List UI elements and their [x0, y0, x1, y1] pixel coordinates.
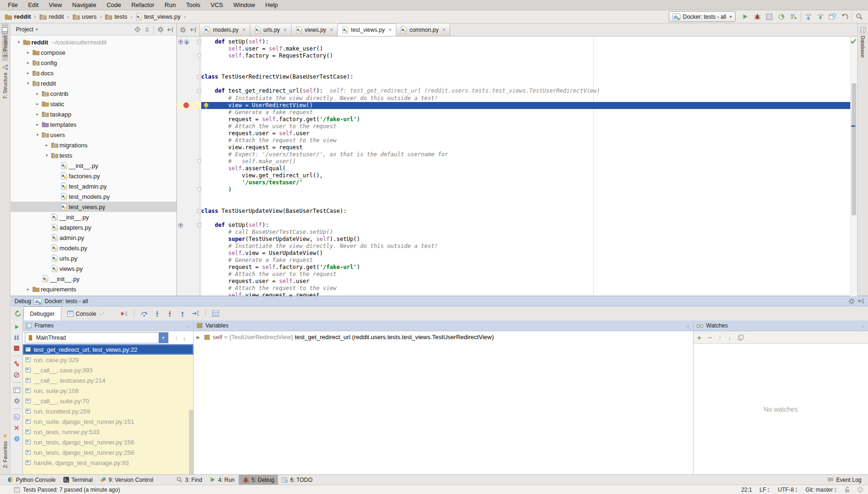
- expand-arrow-icon[interactable]: ▶: [197, 335, 201, 340]
- tree-item[interactable]: ▸taskapp: [11, 109, 176, 119]
- hide-button[interactable]: [167, 26, 174, 32]
- debug-tab-debugger[interactable]: Debugger: [23, 306, 61, 320]
- expand-arrow-icon[interactable]: ▸: [25, 287, 31, 291]
- force-step-into-button[interactable]: [167, 310, 173, 317]
- menu-item-code[interactable]: Code: [102, 0, 126, 10]
- editor-tab-test_views-py[interactable]: test_views.py×: [338, 23, 396, 36]
- expand-arrow-icon[interactable]: ▸: [44, 143, 50, 147]
- stop-button[interactable]: [14, 345, 19, 351]
- menu-item-tools[interactable]: Tools: [181, 0, 205, 10]
- frame-item[interactable]: __call__, testcases.py:214: [23, 375, 193, 385]
- expand-arrow-icon[interactable]: ▸: [34, 122, 41, 127]
- fold-end-icon[interactable]: [197, 187, 201, 192]
- frame-item[interactable]: run, suite.py:108: [23, 385, 193, 396]
- tree-item[interactable]: ▸static: [11, 99, 176, 109]
- code-content[interactable]: def setUp(self): self.user = self.make_u…: [201, 36, 857, 296]
- expand-arrow-icon[interactable]: ▸: [25, 71, 31, 75]
- add-console-icon[interactable]: ⌄⁺: [99, 312, 104, 316]
- thread-select[interactable]: MainThread ▾: [25, 332, 168, 343]
- frame-item[interactable]: run_tests, django_test_runner.py:256: [23, 447, 193, 458]
- line-separator-select[interactable]: LF: [759, 487, 770, 493]
- tool-strip-tab-7-structure[interactable]: 7: Structure: [2, 61, 8, 103]
- lock-icon[interactable]: [845, 487, 850, 493]
- breadcrumb-item[interactable]: users: [72, 13, 98, 20]
- code-editor[interactable]: −−−−− def setUp(self): self.user = self.…: [177, 36, 857, 296]
- frames-scrollbar[interactable]: [189, 410, 193, 474]
- git-branch-select[interactable]: Git: master: [805, 487, 837, 493]
- frame-item[interactable]: __call__, case.py:393: [23, 365, 193, 375]
- expand-arrow-icon[interactable]: ▸: [34, 112, 41, 116]
- menu-item-vcs[interactable]: VCS: [205, 0, 228, 10]
- next-frame-icon[interactable]: ↓: [183, 334, 186, 341]
- tool-strip-tab-database[interactable]: Database: [860, 23, 866, 61]
- tool-strip-tab-1-project[interactable]: 1: Project: [2, 23, 8, 61]
- evaluate-expression-button[interactable]: [212, 310, 219, 317]
- menu-item-help[interactable]: Help: [260, 0, 283, 10]
- tree-item[interactable]: ▸compose: [11, 47, 176, 58]
- status-message[interactable]: Tests Passed: 7 passed (a minute ago): [14, 487, 120, 493]
- editor-tab-urls-py[interactable]: urls.py×: [250, 24, 292, 36]
- local-history-button[interactable]: [827, 12, 838, 22]
- editor-tab-common-py[interactable]: common.py×: [396, 24, 450, 36]
- pin-icon[interactable]: →: [860, 323, 865, 328]
- tree-item[interactable]: ▸templates: [11, 119, 176, 130]
- menu-item-navigate[interactable]: Navigate: [67, 0, 101, 10]
- override-up-icon[interactable]: [178, 39, 183, 45]
- breadcrumb-item[interactable]: test_views.py: [135, 13, 182, 21]
- hide-panel-icon[interactable]: [858, 298, 864, 304]
- editor-tab-models-py[interactable]: models.py×: [200, 24, 250, 36]
- vcs-update-button[interactable]: VCS: [803, 12, 813, 22]
- rerun-icon[interactable]: [13, 308, 23, 319]
- tree-item[interactable]: urls.py: [11, 253, 176, 263]
- breadcrumb-item[interactable]: reddit: [4, 13, 32, 20]
- menu-item-file[interactable]: File: [3, 0, 23, 10]
- tree-item[interactable]: ▸migrations: [11, 140, 176, 150]
- frame-item[interactable]: test_get_redirect_url, test_views.py:22: [23, 344, 193, 355]
- profiler-button[interactable]: [776, 12, 787, 22]
- expand-arrow-icon[interactable]: ▸: [25, 60, 31, 65]
- mute-breakpoints-button[interactable]: [14, 371, 20, 378]
- search-button[interactable]: [854, 12, 864, 22]
- restore-layout-button[interactable]: [14, 387, 20, 393]
- tree-item[interactable]: ▾reddit: [11, 78, 176, 88]
- settings-button[interactable]: [157, 26, 164, 33]
- intention-bulb-icon[interactable]: [203, 102, 209, 109]
- step-over-button[interactable]: [140, 310, 148, 317]
- fold-marker-icon[interactable]: −: [197, 89, 201, 93]
- hide-tabs-icon[interactable]: [190, 27, 197, 33]
- tree-item[interactable]: test_models.py: [11, 191, 176, 202]
- event-log-button[interactable]: Event Log: [827, 477, 864, 483]
- tree-item[interactable]: ▸config: [11, 58, 176, 68]
- run-to-cursor-button[interactable]: [192, 310, 199, 317]
- inspections-ok-icon[interactable]: [850, 38, 857, 44]
- move-down-watch-button[interactable]: ↓: [728, 334, 731, 341]
- tree-item[interactable]: admin.py: [11, 232, 176, 243]
- add-watch-button[interactable]: +: [697, 334, 701, 341]
- project-panel-title[interactable]: Project: [16, 26, 33, 33]
- step-out-button[interactable]: [179, 310, 186, 317]
- pause-button[interactable]: [14, 334, 19, 341]
- close-tab-icon[interactable]: ×: [442, 27, 445, 33]
- close-tab-icon[interactable]: ×: [330, 27, 333, 33]
- tree-item[interactable]: ▾tests: [11, 150, 176, 160]
- tree-item[interactable]: ▾reddit~/cookiecutter/reddit: [11, 37, 176, 47]
- run-with-parameters-button[interactable]: [788, 12, 799, 22]
- expand-arrow-icon[interactable]: ▸: [25, 50, 31, 55]
- encoding-select[interactable]: UTF-8: [778, 487, 798, 493]
- editor-tab-views-py[interactable]: views.py×: [292, 24, 338, 36]
- tree-item[interactable]: adapters.py: [11, 222, 176, 232]
- expand-arrow-icon[interactable]: ▾: [34, 132, 41, 137]
- fold-marker-icon[interactable]: −: [197, 75, 201, 79]
- expand-arrow-icon[interactable]: ▾: [15, 40, 22, 44]
- fold-end-icon[interactable]: [197, 159, 201, 164]
- fold-marker-icon[interactable]: −: [197, 40, 201, 44]
- frame-item[interactable]: handle, django_test_manage.py:93: [23, 458, 193, 468]
- expand-arrow-icon[interactable]: ▾: [44, 153, 50, 158]
- locate-button[interactable]: [134, 26, 141, 33]
- fold-end-icon[interactable]: [197, 53, 201, 58]
- help-button[interactable]: ?: [14, 435, 20, 442]
- tree-item[interactable]: ▾users: [11, 130, 176, 140]
- menu-item-edit[interactable]: Edit: [23, 0, 44, 10]
- fold-marker-icon[interactable]: −: [197, 209, 201, 213]
- menu-item-window[interactable]: Window: [228, 0, 260, 10]
